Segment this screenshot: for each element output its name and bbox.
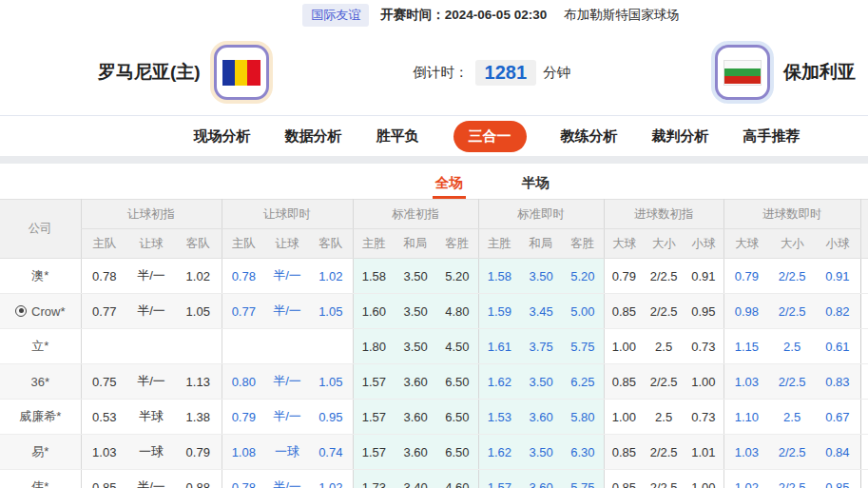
odds-cell: 1.57 bbox=[353, 364, 395, 400]
nav-tab-三合一[interactable]: 三合一 bbox=[453, 121, 527, 152]
odds-cell: 0.95 bbox=[684, 294, 723, 329]
company-cell[interactable]: Crow* bbox=[0, 294, 81, 329]
nav-tab-现场分析[interactable]: 现场分析 bbox=[194, 127, 251, 146]
odds-cell: 1.57 bbox=[478, 470, 520, 488]
odds-cell: 1.02 bbox=[723, 470, 769, 488]
partial-cell bbox=[860, 259, 868, 294]
column-header: 大小 bbox=[644, 229, 684, 259]
odds-cell: 0.85 bbox=[604, 470, 644, 488]
odds-cell: 0.85 bbox=[604, 435, 644, 470]
group-header: 标准初指 bbox=[353, 200, 478, 229]
odds-cell: 0.82 bbox=[815, 294, 860, 329]
odds-cell: 0.78 bbox=[222, 470, 265, 488]
odds-cell: 5.20 bbox=[436, 259, 478, 294]
subtab-半场[interactable]: 半场 bbox=[519, 166, 552, 199]
nav-tab-高手推荐[interactable]: 高手推荐 bbox=[743, 127, 800, 146]
odds-cell: 3.50 bbox=[395, 259, 436, 294]
odds-cell: 1.02 bbox=[309, 470, 353, 488]
odds-cell: 0.84 bbox=[815, 435, 860, 470]
home-team-block: 罗马尼亚(主) bbox=[98, 45, 269, 100]
kickoff-time: 开赛时间：2024-06-05 02:30 bbox=[380, 7, 547, 24]
odds-cell: 半/一 bbox=[127, 259, 175, 294]
company-cell[interactable]: 伟* bbox=[0, 470, 81, 488]
nav-tab-胜平负[interactable]: 胜平负 bbox=[376, 127, 419, 146]
odds-cell: 5.75 bbox=[562, 470, 604, 488]
odds-cell: 半/一 bbox=[265, 259, 309, 294]
nav-tab-裁判分析[interactable]: 裁判分析 bbox=[652, 127, 709, 146]
partial-cell bbox=[860, 400, 868, 435]
company-cell[interactable]: 36* bbox=[0, 364, 81, 400]
odds-cell: 6.50 bbox=[436, 364, 478, 400]
odds-cell: 1.57 bbox=[353, 435, 395, 470]
odds-cell: 1.58 bbox=[478, 259, 520, 294]
odds-cell: 0.79 bbox=[222, 400, 265, 435]
company-cell[interactable]: 立* bbox=[0, 329, 81, 364]
company-cell[interactable]: 易* bbox=[0, 435, 81, 470]
subtab-全场[interactable]: 全场 bbox=[433, 166, 466, 199]
odds-cell: 1.05 bbox=[309, 364, 353, 400]
odds-cell: 2.5 bbox=[644, 329, 684, 364]
home-team-name: 罗马尼亚(主) bbox=[98, 60, 201, 85]
odds-cell: 3.60 bbox=[395, 435, 436, 470]
bulgaria-flag-icon bbox=[723, 60, 762, 86]
column-header: 客队 bbox=[309, 229, 353, 259]
odds-table-wrap: 公司让球初指让球即时标准初指标准即时进球数初指进球数即时主队让球客队主队让球客队… bbox=[0, 199, 868, 488]
group-header: 让球即时 bbox=[222, 200, 353, 229]
nav-tab-教练分析[interactable]: 教练分析 bbox=[561, 127, 618, 146]
odds-cell: 1.08 bbox=[222, 435, 265, 470]
odds-cell: 半/一 bbox=[127, 364, 175, 400]
odds-cell: 2/2.5 bbox=[644, 364, 684, 400]
odds-cell: 2.5 bbox=[769, 329, 815, 364]
company-column-header: 公司 bbox=[0, 200, 81, 259]
odds-cell: 1.10 bbox=[723, 400, 769, 435]
odds-cell: 0.95 bbox=[309, 400, 353, 435]
partial-cell bbox=[860, 470, 868, 488]
odds-cell: 5.75 bbox=[562, 329, 604, 364]
partial-cell bbox=[860, 435, 868, 470]
odds-cell: 1.05 bbox=[175, 294, 222, 329]
odds-cell: 6.50 bbox=[436, 435, 478, 470]
odds-cell: 2/2.5 bbox=[644, 435, 684, 470]
odds-cell: 一球 bbox=[265, 435, 309, 470]
odds-cell: 1.53 bbox=[478, 400, 520, 435]
group-header: 让球初指 bbox=[81, 200, 222, 229]
odds-cell: 2.5 bbox=[644, 400, 684, 435]
partial-cell bbox=[860, 329, 868, 364]
column-header: 和局 bbox=[395, 229, 436, 259]
away-team-name: 保加利亚 bbox=[783, 60, 856, 85]
odds-cell: 半/一 bbox=[265, 364, 309, 400]
company-cell[interactable]: 威廉希* bbox=[0, 400, 81, 435]
odds-cell: 0.83 bbox=[815, 364, 860, 400]
venue-name: 布加勒斯特国家球场 bbox=[564, 7, 680, 24]
partial-cell bbox=[860, 364, 868, 400]
odds-cell: 4.60 bbox=[436, 470, 478, 488]
odds-cell: 1.58 bbox=[353, 259, 395, 294]
odds-cell: 2/2.5 bbox=[769, 435, 815, 470]
odds-cell: 2/2.5 bbox=[644, 259, 684, 294]
odds-cell: 半/一 bbox=[127, 294, 175, 329]
odds-cell: 0.73 bbox=[684, 329, 723, 364]
odds-cell: 3.50 bbox=[520, 364, 562, 400]
odds-cell: 3.50 bbox=[520, 435, 562, 470]
odds-cell: 一球 bbox=[127, 435, 175, 470]
odds-cell: 1.80 bbox=[353, 329, 395, 364]
odds-cell: 1.13 bbox=[175, 364, 222, 400]
odds-cell: 0.79 bbox=[604, 259, 644, 294]
away-flag-box bbox=[715, 45, 770, 100]
odds-cell: 1.00 bbox=[684, 364, 723, 400]
column-header: 客胜 bbox=[562, 229, 604, 259]
nav-tab-数据分析[interactable]: 数据分析 bbox=[285, 127, 342, 146]
odds-cell: 1.59 bbox=[478, 294, 520, 329]
odds-cell: 2/2.5 bbox=[769, 294, 815, 329]
company-cell[interactable]: 澳* bbox=[0, 259, 81, 294]
section-gap bbox=[0, 156, 868, 164]
table-row: 易*1.03一球0.791.08一球0.741.573.606.501.623.… bbox=[0, 435, 868, 470]
odds-cell: 6.30 bbox=[562, 435, 604, 470]
teams-header: 罗马尼亚(主) 倒计时： 1281 分钟 保加利亚 bbox=[0, 29, 868, 115]
odds-cell bbox=[127, 329, 175, 364]
odds-cell: 0.80 bbox=[222, 364, 265, 400]
countdown-unit: 分钟 bbox=[543, 64, 570, 82]
odds-cell: 0.88 bbox=[175, 470, 222, 488]
home-flag-box bbox=[214, 45, 269, 100]
odds-cell: 0.53 bbox=[81, 400, 127, 435]
